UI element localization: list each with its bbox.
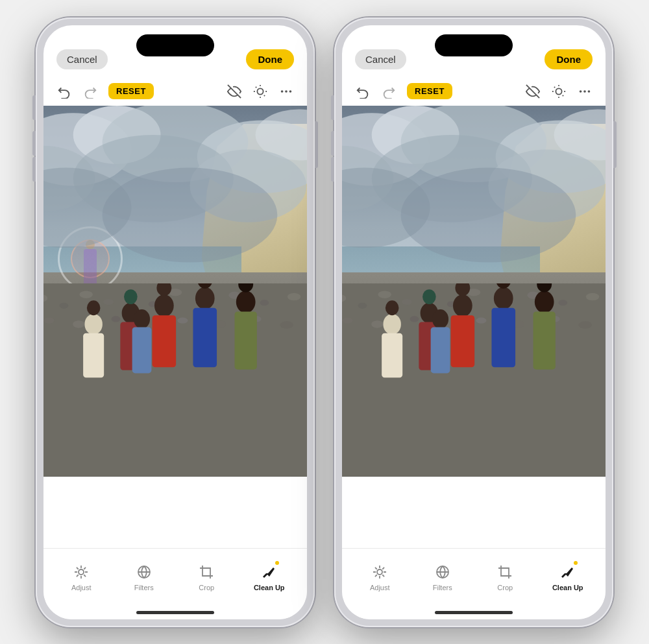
svg-rect-118 bbox=[491, 308, 515, 368]
nav-adjust-2[interactable]: Adjust bbox=[360, 564, 399, 591]
svg-rect-115 bbox=[451, 315, 475, 367]
svg-point-31 bbox=[288, 293, 301, 300]
svg-point-77 bbox=[588, 90, 591, 93]
crop-icon-2 bbox=[496, 564, 513, 580]
more-icon-1[interactable] bbox=[276, 81, 297, 102]
reset-button-1[interactable]: RESET bbox=[108, 83, 154, 99]
svg-point-99 bbox=[586, 293, 600, 300]
svg-point-123 bbox=[432, 309, 448, 329]
nav-filters-2[interactable]: Filters bbox=[423, 564, 462, 591]
cancel-button-2[interactable]: Cancel bbox=[355, 49, 406, 69]
svg-point-40 bbox=[84, 314, 102, 335]
svg-line-130 bbox=[375, 567, 377, 569]
reset-button-2[interactable]: RESET bbox=[407, 83, 452, 99]
phone-2: Cancel Done RESET bbox=[334, 18, 613, 627]
svg-rect-109 bbox=[382, 333, 402, 378]
filters-icon-1 bbox=[136, 564, 153, 580]
svg-point-108 bbox=[383, 314, 400, 335]
svg-line-62 bbox=[77, 567, 79, 569]
svg-point-24 bbox=[103, 299, 114, 305]
cancel-button-1[interactable]: Cancel bbox=[56, 49, 108, 69]
svg-point-100 bbox=[343, 318, 353, 324]
svg-point-114 bbox=[453, 294, 472, 316]
home-indicator-2 bbox=[342, 606, 606, 619]
svg-point-55 bbox=[134, 309, 150, 329]
svg-line-133 bbox=[382, 567, 384, 569]
nav-crop-1[interactable]: Crop bbox=[187, 564, 226, 591]
photo-area-2[interactable] bbox=[342, 106, 606, 477]
photo-area-1[interactable] bbox=[43, 106, 307, 477]
svg-point-0 bbox=[257, 88, 263, 94]
svg-point-113 bbox=[422, 289, 436, 304]
svg-point-22 bbox=[60, 303, 69, 309]
svg-point-19 bbox=[103, 167, 278, 262]
cleanup-icon-2 bbox=[559, 564, 576, 580]
svg-point-57 bbox=[79, 569, 84, 575]
svg-point-23 bbox=[79, 291, 93, 298]
svg-point-101 bbox=[371, 320, 383, 328]
undo-icon-2[interactable] bbox=[352, 81, 373, 102]
crop-label-2: Crop bbox=[497, 584, 513, 591]
svg-rect-88 bbox=[342, 283, 606, 476]
bottom-nav-1: Adjust Filters bbox=[43, 548, 307, 606]
svg-rect-121 bbox=[533, 312, 556, 370]
nav-cleanup-1[interactable]: Clean Up bbox=[250, 564, 289, 591]
crop-label-1: Crop bbox=[199, 584, 214, 591]
svg-point-110 bbox=[386, 300, 399, 315]
done-button-2[interactable]: Done bbox=[545, 49, 593, 69]
svg-point-117 bbox=[494, 287, 513, 309]
svg-point-8 bbox=[285, 90, 288, 93]
filters-label-1: Filters bbox=[134, 584, 154, 591]
done-button-1[interactable]: Done bbox=[246, 49, 294, 69]
svg-point-87 bbox=[401, 167, 576, 262]
svg-point-102 bbox=[410, 316, 419, 322]
nav-adjust-1[interactable]: Adjust bbox=[62, 564, 101, 591]
adjust-icon-1 bbox=[73, 564, 90, 580]
svg-point-107 bbox=[578, 321, 592, 328]
cleanup-label-1: Clean Up bbox=[254, 584, 285, 591]
svg-point-52 bbox=[236, 291, 256, 313]
svg-line-64 bbox=[77, 575, 79, 577]
bottom-nav-2: Adjust Filters bbox=[342, 548, 606, 606]
svg-point-32 bbox=[44, 318, 55, 324]
nav-crop-2[interactable]: Crop bbox=[485, 564, 524, 591]
svg-line-71 bbox=[554, 86, 555, 87]
svg-rect-50 bbox=[193, 308, 217, 368]
adjust-label-2: Adjust bbox=[370, 584, 390, 591]
auto-icon-2[interactable] bbox=[548, 81, 569, 102]
svg-rect-41 bbox=[83, 333, 104, 378]
svg-point-9 bbox=[289, 90, 292, 93]
cleanup-label-2: Clean Up bbox=[552, 584, 583, 591]
toolbar-1: RESET bbox=[43, 77, 307, 106]
nav-filters-1[interactable]: Filters bbox=[125, 564, 164, 591]
svg-line-72 bbox=[563, 95, 563, 95]
toolbar-2: RESET bbox=[342, 77, 606, 106]
eye-slash-icon-2[interactable] bbox=[522, 81, 543, 102]
svg-point-104 bbox=[476, 318, 486, 324]
svg-line-65 bbox=[84, 567, 86, 569]
dynamic-island-1 bbox=[136, 34, 214, 56]
redo-icon-1[interactable] bbox=[80, 81, 101, 102]
svg-line-132 bbox=[375, 575, 377, 577]
svg-point-42 bbox=[87, 300, 101, 315]
adjust-icon-2 bbox=[371, 564, 388, 580]
svg-point-45 bbox=[124, 289, 138, 304]
redo-icon-2[interactable] bbox=[378, 81, 399, 102]
eye-slash-icon-1[interactable] bbox=[224, 81, 245, 102]
undo-icon-1[interactable] bbox=[54, 81, 75, 102]
home-indicator-1 bbox=[43, 606, 307, 619]
adjust-label-1: Adjust bbox=[71, 584, 92, 591]
filters-label-2: Filters bbox=[433, 584, 452, 591]
svg-line-3 bbox=[256, 86, 256, 87]
more-icon-2[interactable] bbox=[574, 81, 595, 102]
phone-screen-2: Cancel Done RESET bbox=[342, 25, 606, 619]
auto-icon-1[interactable] bbox=[250, 81, 271, 102]
nav-cleanup-2[interactable]: Clean Up bbox=[548, 564, 587, 591]
svg-point-49 bbox=[195, 287, 215, 309]
svg-point-30 bbox=[260, 300, 269, 305]
svg-point-76 bbox=[583, 90, 586, 93]
svg-point-34 bbox=[112, 316, 121, 322]
svg-rect-56 bbox=[132, 328, 152, 374]
svg-line-63 bbox=[84, 575, 86, 577]
svg-rect-47 bbox=[153, 315, 177, 367]
